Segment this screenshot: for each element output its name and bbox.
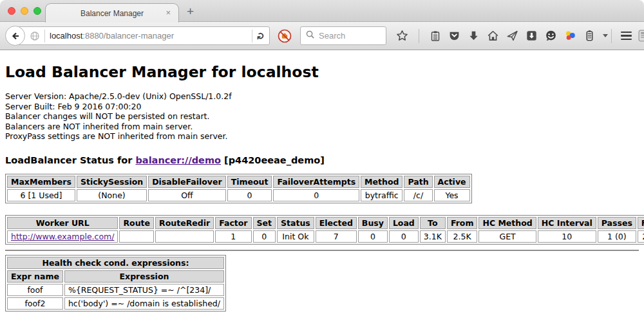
- worker-value-cell: [155, 230, 214, 243]
- divider: [5, 250, 639, 251]
- table-row: http://www.example.com/ 1 0 Init Ok 7 0 …: [7, 230, 644, 243]
- battery-extension-icon[interactable]: [583, 30, 596, 42]
- worker-value-cell: 0: [358, 230, 388, 243]
- toolbar-separator: [419, 29, 419, 43]
- pocket-icon[interactable]: [448, 30, 460, 42]
- worker-header-cell: Status: [277, 217, 314, 229]
- browser-window: Balancer Manager × + localhost:8880/bala…: [0, 0, 644, 316]
- search-bar[interactable]: Search: [300, 26, 386, 45]
- worker-value-cell: 1 (0): [598, 230, 636, 243]
- worker-header-cell: Set: [253, 217, 276, 229]
- worker-header-cell: Busy: [358, 217, 388, 229]
- tab-bar: Balancer Manager × +: [0, 0, 644, 22]
- page-title: Load Balancer Manager for localhost: [5, 63, 639, 81]
- server-info-line: Server Version: Apache/2.5.0-dev (Unix) …: [5, 91, 639, 102]
- worker-value-cell: [119, 230, 154, 243]
- table-row: foof2 hc('body') =~ /domain is establish…: [7, 297, 224, 310]
- health-header-cell: Expression: [64, 270, 224, 283]
- worker-header-cell: HC Method: [478, 217, 536, 229]
- balancer-header-cell: Method: [361, 176, 402, 188]
- table-header-row: Worker URL Route RouteRedir Factor Set S…: [7, 217, 644, 229]
- table-header-row: Expr name Expression: [7, 270, 224, 283]
- health-table-title: Health check cond. expressions:: [7, 257, 224, 269]
- globe-icon: [30, 31, 40, 41]
- server-info-line: Server Built: Feb 9 2016 07:00:20: [5, 102, 639, 112]
- worker-header-cell: HC Interval: [538, 217, 596, 229]
- server-info-line: Balancers are NOT inherited from main se…: [5, 122, 639, 132]
- window-controls: [8, 7, 41, 15]
- worker-header-cell: Factor: [215, 217, 251, 229]
- balancer-value-cell: Yes: [434, 189, 470, 201]
- zoom-window-button[interactable]: [33, 7, 41, 15]
- worker-header-cell: From: [447, 217, 478, 229]
- table-row: 6 [1 Used] (None) Off 0 0 bytraffic /c/ …: [7, 189, 470, 201]
- tab-title: Balancer Manager: [80, 9, 144, 18]
- reading-list-icon[interactable]: [430, 30, 441, 42]
- expression-cell: hc('body') =~ /domain is established/: [64, 297, 224, 310]
- expr-name-cell: foof: [7, 284, 63, 296]
- url-path: :8880/balancer-manager: [82, 31, 174, 41]
- balancer-value-cell: (None): [77, 189, 147, 201]
- tab-close-icon[interactable]: ×: [166, 8, 171, 18]
- back-button[interactable]: [5, 26, 25, 46]
- server-info-line: ProxyPass settings are NOT inherited fro…: [5, 131, 639, 142]
- extension-download-icon[interactable]: [526, 30, 538, 42]
- balancer-header-cell: FailoverAttempts: [273, 176, 359, 188]
- url-host: localhost: [50, 31, 82, 41]
- url-text[interactable]: localhost:8880/balancer-manager: [50, 31, 247, 41]
- balancer-heading-suffix: [p4420eeae_demo]: [224, 155, 325, 165]
- worker-header-cell: Load: [389, 217, 419, 229]
- server-info-line: Balancer changes will NOT be persisted o…: [5, 111, 639, 122]
- expression-cell: %{REQUEST_STATUS} =~ /^[234]/: [64, 284, 224, 296]
- worker-value-cell: 7: [316, 230, 357, 243]
- toolbar-separator: [611, 29, 612, 43]
- table-header-row: Health check cond. expressions:: [7, 257, 224, 269]
- worker-value-cell: GET: [478, 230, 536, 243]
- worker-value-cell: Init Ok: [277, 230, 314, 243]
- balancer-header-cell: Path: [404, 176, 432, 188]
- page-thumbnail-icon[interactable]: [638, 29, 644, 42]
- balancer-value-cell: bytraffic: [361, 189, 402, 201]
- worker-table: Worker URL Route RouteRedir Factor Set S…: [5, 215, 644, 245]
- colors-extension-icon[interactable]: [564, 30, 576, 42]
- balancer-header-cell: Active: [434, 176, 470, 188]
- urlbar-separator: [252, 30, 252, 42]
- new-tab-button[interactable]: +: [187, 5, 194, 19]
- balancer-value-cell: /c/: [404, 189, 432, 201]
- send-icon[interactable]: [506, 30, 518, 42]
- menu-icon[interactable]: [621, 32, 632, 41]
- expr-name-cell: foof2: [7, 297, 63, 310]
- health-check-table: Health check cond. expressions: Expr nam…: [5, 255, 226, 311]
- worker-value-cell: 2.5K: [447, 230, 478, 243]
- close-window-button[interactable]: [8, 7, 15, 15]
- download-icon[interactable]: [468, 30, 480, 42]
- worker-header-cell: Worker URL: [7, 217, 118, 229]
- url-bar[interactable]: localhost:8880/balancer-manager ↻: [15, 26, 270, 45]
- plugin-blocked-icon[interactable]: [276, 28, 293, 44]
- dropdown-caret-icon[interactable]: [603, 34, 608, 37]
- balancer-value-cell: Off: [148, 189, 225, 201]
- home-icon[interactable]: [487, 30, 499, 42]
- search-placeholder: Search: [319, 31, 345, 41]
- health-header-cell: Expr name: [7, 270, 63, 283]
- reload-icon[interactable]: ↻: [256, 32, 267, 40]
- balancer-header-cell: StickySession: [77, 176, 147, 188]
- balancer-header-cell: MaxMembers: [7, 176, 75, 188]
- worker-header-cell: RouteRedir: [155, 217, 214, 229]
- balancer-demo-link[interactable]: balancer://demo: [135, 155, 221, 165]
- worker-value-cell: 10: [538, 230, 596, 243]
- chat-smiley-icon[interactable]: [545, 30, 557, 42]
- balancer-header-cell: DisableFailover: [148, 176, 225, 188]
- worker-header-cell: Passes: [598, 217, 636, 229]
- worker-header-cell: Fails: [638, 217, 644, 229]
- balancer-params-table: MaxMembers StickySession DisableFailover…: [5, 174, 472, 203]
- back-arrow-icon: [10, 31, 21, 41]
- server-info: Server Version: Apache/2.5.0-dev (Unix) …: [5, 91, 639, 142]
- tab-balancer-manager[interactable]: Balancer Manager ×: [45, 3, 179, 23]
- minimize-window-button[interactable]: [21, 7, 28, 15]
- search-icon: [305, 30, 315, 42]
- worker-value-cell: 1: [215, 230, 251, 243]
- worker-value-cell: 2 (0): [638, 230, 644, 243]
- bookmark-star-icon[interactable]: [396, 30, 408, 42]
- worker-url-link[interactable]: http://www.example.com/: [11, 232, 114, 241]
